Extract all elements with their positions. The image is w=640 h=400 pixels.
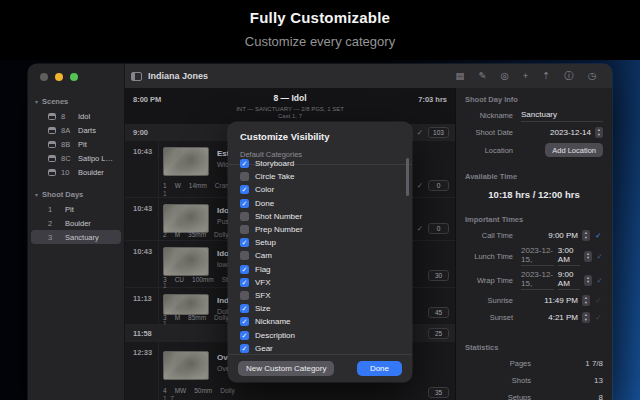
nickname-row: Nickname Sanctuary bbox=[456, 107, 612, 124]
checkbox-icon[interactable] bbox=[240, 291, 249, 300]
view-rows-icon[interactable]: ▤ bbox=[455, 69, 464, 82]
checkbox-icon[interactable] bbox=[240, 185, 249, 194]
category-row-prep-number[interactable]: Prep Number bbox=[240, 223, 400, 236]
category-row-size[interactable]: Size bbox=[240, 302, 400, 315]
category-row-done[interactable]: Done bbox=[240, 197, 400, 210]
category-row-flag[interactable]: Flag bbox=[240, 263, 400, 276]
category-row-circle-take[interactable]: Circle Take bbox=[240, 170, 400, 183]
checkbox-icon[interactable] bbox=[240, 199, 249, 208]
time-check-icon[interactable]: ✓ bbox=[594, 296, 603, 305]
scene-name: Pit bbox=[78, 140, 117, 149]
done-check-icon[interactable]: ✓ bbox=[417, 181, 423, 190]
checkbox-icon[interactable] bbox=[240, 212, 249, 221]
nickname-field[interactable]: Sanctuary bbox=[521, 110, 603, 122]
add-location-button[interactable]: Add Location bbox=[545, 143, 603, 157]
checkbox-icon[interactable] bbox=[240, 172, 249, 181]
sunrise-value[interactable]: 11:49 PM bbox=[544, 296, 578, 305]
duration-badge[interactable]: 103 bbox=[428, 127, 449, 138]
category-row-gear[interactable]: Gear bbox=[240, 342, 400, 354]
close-button[interactable] bbox=[40, 73, 48, 81]
zoom-button[interactable] bbox=[70, 73, 78, 81]
sidebar-item-scene[interactable]: 8A Darts bbox=[31, 123, 121, 137]
category-label: Size bbox=[255, 304, 271, 313]
category-label: Setup bbox=[255, 238, 276, 247]
sidebar-item-scene[interactable]: 10 Boulder bbox=[31, 165, 121, 179]
clock-icon[interactable]: ◷ bbox=[588, 69, 596, 82]
duration-badge[interactable]: 45 bbox=[428, 307, 449, 318]
checkbox-icon[interactable] bbox=[240, 225, 249, 234]
day-duration: 7:03 hrs bbox=[418, 95, 447, 104]
category-row-shot-number[interactable]: Shot Number bbox=[240, 210, 400, 223]
checkbox-icon[interactable] bbox=[240, 159, 249, 168]
checkbox-icon[interactable] bbox=[240, 317, 249, 326]
lunch-date-value[interactable]: 2023-12-15, bbox=[521, 246, 554, 266]
minimize-button[interactable] bbox=[55, 73, 63, 81]
wrap-date-value[interactable]: 2023-12-15, bbox=[521, 270, 554, 290]
done-check-icon[interactable]: ✓ bbox=[417, 224, 423, 233]
sidebar-item-scene[interactable]: 8B Pit bbox=[31, 137, 121, 151]
time-stepper[interactable] bbox=[584, 251, 592, 262]
lunch-time-value[interactable]: 3:00 AM bbox=[558, 246, 580, 266]
time-stepper[interactable] bbox=[582, 230, 590, 241]
wrap-time-value[interactable]: 9:00 AM bbox=[558, 270, 580, 290]
checkbox-icon[interactable] bbox=[240, 251, 249, 260]
duration-badge[interactable]: 35 bbox=[428, 387, 449, 398]
checkbox-icon[interactable] bbox=[240, 265, 249, 274]
new-custom-category-button[interactable]: New Custom Category bbox=[238, 361, 334, 376]
category-row-description[interactable]: Description bbox=[240, 328, 400, 341]
sunset-value[interactable]: 4:21 PM bbox=[548, 313, 578, 322]
time-stepper[interactable] bbox=[582, 295, 590, 306]
time-stepper[interactable] bbox=[584, 275, 592, 286]
duration-badge[interactable]: 0 bbox=[428, 180, 449, 191]
category-row-vfx[interactable]: VFX bbox=[240, 276, 400, 289]
checkbox-icon[interactable] bbox=[240, 278, 249, 287]
dialog-scrollbar[interactable] bbox=[406, 158, 409, 196]
time-check-icon[interactable]: ✓ bbox=[596, 252, 603, 261]
done-button[interactable]: Done bbox=[357, 361, 402, 376]
time-check-icon[interactable]: ✓ bbox=[594, 313, 603, 322]
sidebar-section-shoot-days[interactable]: ▾ Shoot Days bbox=[28, 187, 124, 202]
add-icon[interactable]: + bbox=[523, 69, 529, 82]
sunset-row: Sunset 4:21 PM ✓ bbox=[456, 309, 612, 326]
checkbox-icon[interactable] bbox=[240, 331, 249, 340]
stat-row-shots: Shots 13 bbox=[456, 372, 612, 389]
sidebar-section-scenes[interactable]: ▾ Scenes bbox=[28, 94, 124, 109]
duration-badge[interactable]: 0 bbox=[428, 223, 449, 234]
shoot-date-field[interactable]: 2023-12-14 bbox=[550, 128, 591, 137]
sidebar-item-shoot-day[interactable]: 2 Boulder bbox=[31, 216, 121, 230]
time-stepper[interactable] bbox=[582, 312, 590, 323]
category-row-storyboard[interactable]: Storyboard bbox=[240, 157, 400, 170]
category-row-nickname[interactable]: Nickname bbox=[240, 315, 400, 328]
category-label: Cam bbox=[255, 251, 272, 260]
category-label: Color bbox=[255, 185, 274, 194]
lens: 14mm bbox=[189, 182, 207, 189]
category-row-color[interactable]: Color bbox=[240, 183, 400, 196]
scene-name: Satipo L… bbox=[78, 154, 117, 163]
time-check-icon[interactable]: ✓ bbox=[594, 231, 603, 240]
done-check-icon[interactable]: ✓ bbox=[417, 128, 423, 137]
duration-badge[interactable]: 30 bbox=[428, 270, 449, 281]
category-row-setup[interactable]: Setup bbox=[240, 236, 400, 249]
category-row-cam[interactable]: Cam bbox=[240, 249, 400, 262]
share-icon[interactable]: ⇡ bbox=[542, 69, 550, 82]
sidebar-item-shoot-day[interactable]: 3 Sanctuary bbox=[31, 230, 121, 244]
date-stepper[interactable] bbox=[595, 127, 603, 138]
checkbox-icon[interactable] bbox=[240, 238, 249, 247]
sidebar-item-scene[interactable]: 8 Idol bbox=[31, 109, 121, 123]
time-check-icon[interactable]: ✓ bbox=[596, 276, 603, 285]
duration-badge[interactable]: 25 bbox=[428, 328, 449, 339]
shots-label: Shots bbox=[465, 376, 531, 385]
gear: Dolly bbox=[214, 231, 228, 238]
customize-visibility-dialog: Customize Visibility Default Categories … bbox=[228, 122, 412, 382]
info-icon[interactable]: ⓘ bbox=[564, 69, 574, 82]
target-icon[interactable]: ◎ bbox=[500, 69, 508, 82]
sidebar-toggle-icon[interactable] bbox=[131, 72, 142, 81]
compose-icon[interactable]: ✎ bbox=[478, 69, 486, 82]
checkbox-icon[interactable] bbox=[240, 344, 249, 353]
call-time-value[interactable]: 9:00 PM bbox=[548, 231, 578, 240]
pages-value: 1 7/8 bbox=[539, 359, 603, 368]
category-row-sfx[interactable]: SFX bbox=[240, 289, 400, 302]
sidebar-item-shoot-day[interactable]: 1 Pit bbox=[31, 202, 121, 216]
sidebar-item-scene[interactable]: 8C Satipo L… bbox=[31, 151, 121, 165]
checkbox-icon[interactable] bbox=[240, 304, 249, 313]
